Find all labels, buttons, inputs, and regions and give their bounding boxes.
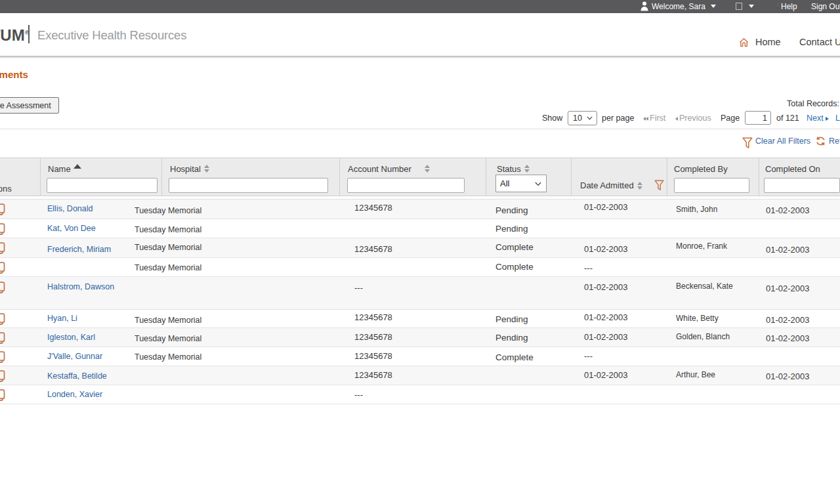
cell-completed_on bbox=[759, 347, 840, 366]
account-number-filter-input[interactable] bbox=[347, 178, 465, 193]
cell-completed_on: 01-02-2003 bbox=[759, 238, 840, 257]
cell-completed_by: Golden, Blanch bbox=[669, 328, 759, 346]
sign-out-link[interactable]: Sign Out bbox=[811, 0, 840, 13]
open-assessment-icon[interactable] bbox=[0, 223, 5, 236]
sort-icon[interactable] bbox=[637, 182, 642, 190]
of-total-pages: of 121 bbox=[776, 110, 799, 126]
first-icon2 bbox=[646, 117, 648, 121]
row-actions-cell bbox=[0, 219, 41, 238]
previous-page-button[interactable]: Previous bbox=[675, 110, 711, 126]
status-filter-select[interactable]: All bbox=[495, 175, 547, 192]
cell-status bbox=[489, 277, 578, 309]
patient-name-link[interactable]: Ellis, Donald bbox=[47, 204, 93, 213]
cell-date_admitted: 01-02-2003 bbox=[578, 238, 669, 257]
cell-date_admitted: 01-02-2003 bbox=[578, 310, 669, 327]
cell-name: Frederich, Miriam bbox=[41, 238, 128, 257]
date-admitted-filter-icon[interactable] bbox=[654, 180, 664, 191]
cell-account: 12345678 bbox=[348, 200, 489, 219]
row-actions-cell bbox=[0, 328, 41, 346]
cell-account: 12345678 bbox=[348, 310, 489, 327]
column-header-account-number: Account Number bbox=[340, 158, 486, 196]
open-assessment-icon[interactable] bbox=[0, 282, 5, 294]
cell-account bbox=[348, 219, 489, 238]
per-page-select[interactable]: 10 bbox=[568, 111, 597, 125]
per-page-label: per page bbox=[602, 110, 634, 126]
open-assessment-icon[interactable] bbox=[0, 313, 5, 326]
column-header-hospital: Hospital bbox=[162, 158, 340, 196]
refresh-link[interactable]: Refresh bbox=[829, 133, 840, 149]
cell-completed_on bbox=[759, 258, 840, 276]
cell-completed_on: 01-02-2003 bbox=[759, 366, 840, 385]
open-assessment-icon[interactable] bbox=[0, 389, 5, 402]
nav-home[interactable]: Home bbox=[755, 37, 781, 47]
topbar-separator bbox=[778, 3, 778, 6]
hospital-filter-input[interactable] bbox=[169, 178, 328, 193]
cell-account: --- bbox=[348, 277, 489, 309]
open-assessment-icon[interactable] bbox=[0, 262, 5, 274]
sort-ascending-icon[interactable] bbox=[74, 164, 81, 169]
open-assessment-icon[interactable] bbox=[0, 242, 5, 255]
last-page-button[interactable]: Last bbox=[835, 110, 840, 126]
page-number-input[interactable] bbox=[745, 111, 771, 125]
sort-icon[interactable] bbox=[425, 165, 430, 173]
cell-completed_on: 01-02-2003 bbox=[759, 200, 840, 219]
flag-icon[interactable] bbox=[736, 3, 742, 10]
total-records-label: Total Records: bbox=[787, 99, 839, 108]
nav-contact-us[interactable]: Contact Us bbox=[799, 37, 840, 47]
cell-name: Ellis, Donald bbox=[41, 200, 128, 219]
completed-by-filter-input[interactable] bbox=[674, 178, 749, 193]
cell-account: 12345678 bbox=[348, 366, 489, 385]
cell-completed_by: Arthur, Bee bbox=[669, 366, 759, 385]
column-header-completed-by: Completed By bbox=[667, 158, 759, 196]
patient-name-link[interactable]: J'Valle, Gunnar bbox=[47, 352, 102, 361]
cell-completed_by: Beckensal, Kate bbox=[669, 277, 759, 309]
clear-all-filters-link[interactable]: Clear All Filters bbox=[755, 133, 810, 149]
sort-icon[interactable] bbox=[524, 165, 530, 173]
next-page-button[interactable]: Next bbox=[807, 110, 829, 126]
patient-name-link[interactable]: Kestaffa, Betilde bbox=[47, 371, 107, 381]
row-actions-cell bbox=[0, 258, 41, 276]
open-assessment-icon[interactable] bbox=[0, 351, 5, 364]
column-header-status: Status All bbox=[486, 158, 572, 196]
cell-completed_on: 01-02-2003 bbox=[759, 277, 840, 309]
table-row: Londen, Xavier--- bbox=[0, 385, 840, 404]
flag-caret-icon[interactable] bbox=[749, 5, 754, 8]
home-icon bbox=[739, 37, 749, 47]
cell-hospital: Tuesday Memorial bbox=[128, 328, 348, 346]
page-label: Page bbox=[721, 110, 740, 126]
cell-name: Halstrom, Dawson bbox=[41, 277, 128, 309]
toolbar-divider bbox=[0, 129, 840, 129]
patient-name-link[interactable]: Frederich, Miriam bbox=[47, 245, 111, 254]
open-assessment-icon[interactable] bbox=[0, 332, 5, 345]
open-assessment-icon[interactable] bbox=[0, 203, 5, 216]
patient-name-link[interactable]: Halstrom, Dawson bbox=[47, 282, 114, 291]
grid-header: Actions Name Hospital Account Number Sta… bbox=[0, 158, 840, 196]
cell-status: Pending bbox=[489, 310, 578, 327]
cell-status bbox=[489, 385, 578, 404]
patient-name-link[interactable]: Hyan, Li bbox=[47, 314, 77, 323]
name-filter-input[interactable] bbox=[47, 178, 158, 193]
cell-hospital: Tuesday Memorial bbox=[128, 238, 348, 257]
patient-name-link[interactable]: Igleston, Karl bbox=[47, 333, 95, 342]
welcome-caret-icon[interactable] bbox=[711, 5, 716, 8]
brand-divider bbox=[0, 56, 840, 57]
table-row: Hyan, LiTuesday Memorial12345678Pending0… bbox=[0, 310, 840, 328]
cell-name: Hyan, Li bbox=[41, 310, 128, 327]
cell-name: Igleston, Karl bbox=[41, 328, 128, 346]
cell-status: Complete bbox=[489, 258, 578, 276]
patient-name-link[interactable]: Kat, Von Dee bbox=[47, 224, 96, 233]
row-actions-cell bbox=[0, 238, 41, 257]
welcome-menu[interactable]: Welcome, Sara bbox=[652, 0, 705, 13]
previous-icon bbox=[675, 117, 678, 121]
cell-hospital bbox=[128, 366, 348, 385]
sort-icon[interactable] bbox=[204, 165, 209, 173]
first-page-button[interactable]: First bbox=[643, 110, 665, 126]
cell-name: Kat, Von Dee bbox=[41, 219, 128, 238]
open-assessment-icon[interactable] bbox=[0, 370, 5, 383]
patient-name-link[interactable]: Londen, Xavier bbox=[47, 390, 102, 399]
cell-name: Londen, Xavier bbox=[41, 385, 128, 404]
completed-on-filter-input[interactable] bbox=[764, 178, 840, 193]
refresh-icon bbox=[816, 133, 826, 149]
table-row: Ellis, DonaldTuesday Memorial12345678Pen… bbox=[0, 200, 840, 219]
help-link[interactable]: Help bbox=[781, 0, 797, 13]
